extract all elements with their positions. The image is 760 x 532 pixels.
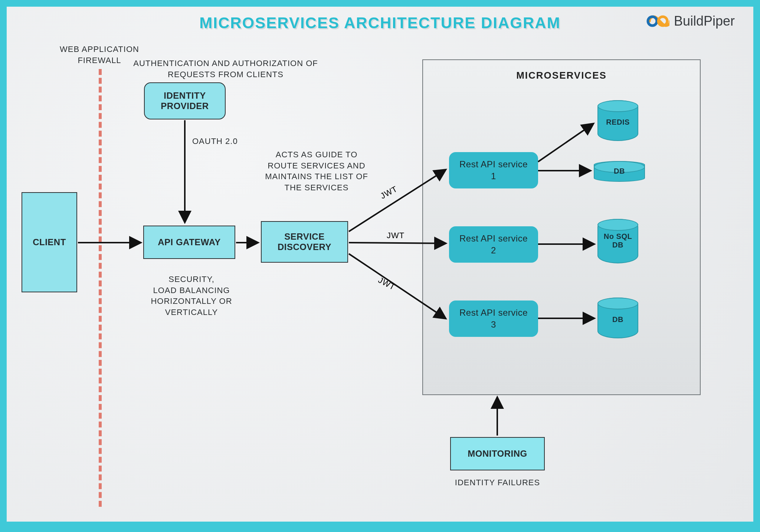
service-3: Rest API service3 — [449, 301, 538, 337]
jwt-label-2: JWT — [387, 231, 404, 240]
service-1: Rest API service1 — [449, 152, 538, 188]
monitoring-annotation: IDENTITY FAILURES — [450, 477, 545, 488]
node-api-gateway: API GATEWAY — [143, 226, 235, 259]
node-service-discovery: SERVICEDISCOVERY — [261, 221, 348, 263]
sd-annotation: ACTS AS GUIDE TOROUTE SERVICES ANDMAINTA… — [259, 149, 374, 193]
brand-name: BuildPiper — [674, 13, 735, 29]
jwt-label-1: JWT — [379, 184, 399, 201]
gateway-annotation: SECURITY,LOAD BALANCINGHORIZONTALLY ORVE… — [143, 274, 240, 318]
store-db1: DB — [594, 161, 645, 182]
firewall-divider — [99, 69, 102, 507]
microservices-title: MICROSERVICES — [423, 70, 700, 81]
store-redis: REDIS — [597, 100, 638, 141]
oauth-label: OAUTH 2.0 — [192, 136, 238, 147]
node-identity-provider: IDENTITYPROVIDER — [144, 82, 226, 119]
node-monitoring: MONITORING — [450, 437, 545, 470]
jwt-label-3: JWT — [377, 275, 397, 292]
brand-logo: BuildPiper — [646, 13, 735, 29]
diagram-title: MICROSERVICES ARCHITECTURE DIAGRAM — [7, 14, 753, 32]
service-2: Rest API service2 — [449, 226, 538, 263]
infinity-icon — [646, 14, 669, 29]
store-nosql: No SQLDB — [597, 219, 638, 263]
store-db3: DB — [597, 298, 638, 338]
microservices-panel: MICROSERVICES Rest API service1 Rest API… — [422, 59, 701, 395]
auth-annotation: AUTHENTICATION AND AUTHORIZATION OFREQUE… — [122, 58, 330, 80]
diagram-frame: MICROSERVICES ARCHITECTURE DIAGRAM Build… — [0, 0, 760, 532]
node-client: CLIENT — [22, 192, 77, 292]
